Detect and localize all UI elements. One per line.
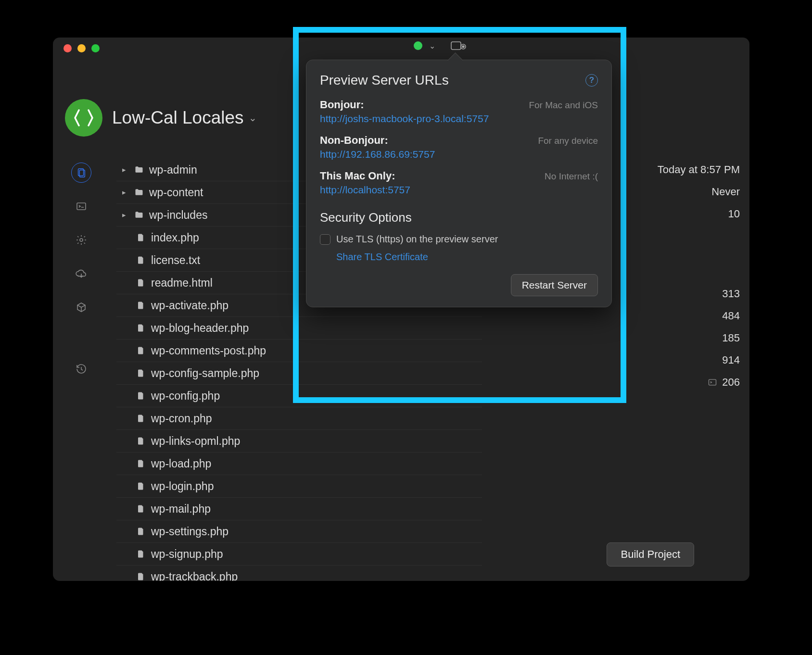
- rail-files-icon[interactable]: [71, 163, 91, 183]
- folder-icon: [134, 164, 144, 175]
- rail-settings-icon[interactable]: [71, 230, 91, 250]
- info-stat: 206: [591, 371, 740, 393]
- folder-icon: [134, 187, 144, 198]
- preview-eye-icon[interactable]: [451, 40, 467, 51]
- file-name: wp-settings.php: [151, 525, 228, 538]
- file-name: wp-trackback.php: [151, 570, 238, 581]
- file-icon: [136, 458, 146, 469]
- svg-rect-2: [77, 203, 86, 210]
- file-name: wp-comments-post.php: [151, 344, 266, 357]
- local-note: No Internet :(: [545, 171, 598, 182]
- bonjour-label: Bonjour:: [320, 99, 364, 111]
- folder-name: wp-content: [149, 186, 203, 199]
- file-row[interactable]: wp-login.php: [116, 475, 482, 498]
- fullscreen-window-button[interactable]: [91, 44, 100, 52]
- file-row[interactable]: wp-settings.php: [116, 520, 482, 543]
- file-name: readme.html: [151, 277, 213, 290]
- file-name: wp-login.php: [151, 480, 214, 493]
- bonjour-note: For Mac and iOS: [529, 100, 598, 111]
- file-icon: [136, 390, 146, 401]
- info-modified: Today at 8:57 PM: [591, 159, 740, 181]
- file-name: wp-blog-header.php: [151, 322, 249, 335]
- info-stat: 484: [591, 305, 740, 327]
- file-row[interactable]: wp-links-opml.php: [116, 430, 482, 453]
- chevron-down-icon: ⌄: [429, 41, 435, 50]
- file-name: wp-load.php: [151, 457, 211, 470]
- info-panel: Today at 8:57 PM Never 10 313 484 185 91…: [591, 159, 740, 393]
- file-name: wp-activate.php: [151, 299, 228, 312]
- server-status-indicator[interactable]: ⌄: [414, 40, 467, 51]
- file-icon: [136, 300, 146, 311]
- file-row[interactable]: wp-mail.php: [116, 498, 482, 520]
- local-url-link[interactable]: http://localhost:5757: [320, 184, 410, 195]
- rail-cloud-icon[interactable]: [71, 264, 91, 284]
- security-options-heading: Security Options: [320, 210, 598, 225]
- popover-title: Preview Server URLs: [320, 73, 449, 88]
- folder-name: wp-admin: [149, 164, 197, 176]
- file-row[interactable]: wp-signup.php: [116, 543, 482, 566]
- file-icon: [136, 504, 146, 514]
- build-project-button[interactable]: Build Project: [607, 542, 694, 567]
- close-window-button[interactable]: [63, 44, 72, 52]
- tls-checkbox-row[interactable]: Use TLS (https) on the preview server: [320, 234, 598, 245]
- project-title-text: Low-Cal Locales: [112, 108, 244, 128]
- project-header: Low-Cal Locales ⌄: [65, 99, 257, 137]
- file-icon: [136, 255, 146, 265]
- file-name: wp-mail.php: [151, 503, 211, 516]
- file-row[interactable]: wp-load.php: [116, 453, 482, 475]
- file-icon: [136, 368, 146, 378]
- folder-icon: [134, 210, 144, 220]
- file-row[interactable]: wp-cron.php: [116, 407, 482, 430]
- file-icon: [136, 345, 146, 356]
- file-row[interactable]: wp-trackback.php: [116, 566, 482, 581]
- file-name: wp-config.php: [151, 390, 220, 403]
- preview-server-popover: Preview Server URLs ? Bonjour: For Mac a…: [306, 60, 612, 307]
- share-tls-link[interactable]: Share TLS Certificate: [336, 252, 598, 263]
- info-stat: 313: [591, 283, 740, 305]
- file-row[interactable]: wp-config.php: [116, 385, 482, 407]
- file-icon: [136, 277, 146, 288]
- file-name: wp-cron.php: [151, 412, 212, 425]
- svg-rect-4: [709, 379, 716, 385]
- file-name: wp-config-sample.php: [151, 367, 259, 380]
- file-name: wp-signup.php: [151, 548, 223, 561]
- rail-history-icon[interactable]: [71, 359, 91, 379]
- tls-label: Use TLS (https) on the preview server: [336, 234, 498, 245]
- checkbox-icon[interactable]: [320, 234, 330, 245]
- file-row[interactable]: wp-config-sample.php: [116, 362, 482, 385]
- minimize-window-button[interactable]: [77, 44, 86, 52]
- folder-name: wp-includes: [149, 209, 207, 222]
- svg-rect-5: [451, 42, 461, 50]
- nonbonjour-note: For any device: [538, 136, 598, 146]
- info-stat: 185: [591, 327, 740, 349]
- sidebar-rail: [70, 163, 93, 379]
- file-icon: [136, 323, 146, 333]
- info-count: 10: [591, 203, 740, 225]
- nonbonjour-url-link[interactable]: http://192.168.86.69:5757: [320, 149, 435, 160]
- file-icon: [136, 232, 146, 243]
- file-icon: [136, 549, 146, 559]
- project-logo: [65, 99, 102, 137]
- file-row[interactable]: wp-comments-post.php: [116, 340, 482, 362]
- file-icon: [136, 571, 146, 581]
- rail-package-icon[interactable]: [71, 297, 91, 317]
- bonjour-url-link[interactable]: http://joshs-macbook-pro-3.local:5757: [320, 113, 489, 124]
- project-title-dropdown[interactable]: Low-Cal Locales ⌄: [112, 108, 257, 128]
- status-dot-green: [414, 41, 422, 50]
- file-icon: [136, 526, 146, 537]
- file-name: wp-links-opml.php: [151, 435, 240, 448]
- nonbonjour-label: Non-Bonjour:: [320, 134, 388, 147]
- file-name: index.php: [151, 231, 199, 244]
- file-row[interactable]: wp-blog-header.php: [116, 317, 482, 340]
- restart-server-button[interactable]: Restart Server: [511, 274, 598, 296]
- help-icon[interactable]: ?: [585, 74, 598, 87]
- file-icon: [136, 436, 146, 446]
- rail-terminal-icon[interactable]: [71, 196, 91, 216]
- window-controls: [63, 44, 100, 52]
- chevron-down-icon: ⌄: [249, 112, 257, 124]
- svg-point-3: [80, 239, 83, 241]
- info-stat-value: 206: [722, 376, 740, 389]
- info-stat: 914: [591, 349, 740, 371]
- local-label: This Mac Only:: [320, 170, 395, 182]
- file-icon: [136, 413, 146, 424]
